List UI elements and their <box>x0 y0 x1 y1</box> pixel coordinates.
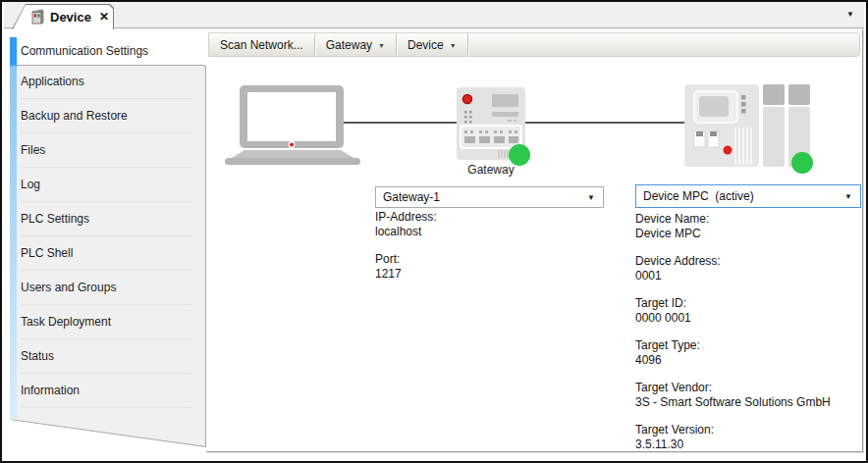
sidebar-item-applications[interactable]: Applications <box>17 65 206 99</box>
field-label: IP-Address: <box>375 210 611 225</box>
field-value: 0001 <box>635 269 868 283</box>
plc-device-icon <box>684 84 822 178</box>
device-select-value: Device MPC (active) <box>636 189 844 203</box>
field-label: Device Name: <box>635 212 868 227</box>
sidebar-item-log[interactable]: Log <box>17 168 206 202</box>
gateway-menu-label: Gateway <box>326 38 372 52</box>
device-menu-label: Device <box>407 38 444 52</box>
gateway-menu-button[interactable]: Gateway ▼ <box>315 33 397 56</box>
device-icon <box>29 9 44 25</box>
gateway-select[interactable]: Gateway-1 ▼ <box>375 186 604 208</box>
dropdown-arrow-icon: ▼ <box>378 42 385 49</box>
sidebar-item-plc-settings[interactable]: PLC Settings <box>17 202 206 236</box>
communication-settings-panel: Scan Network... Gateway ▼ Device ▼ <box>206 29 863 452</box>
field-value: 3.5.11.30 <box>635 437 868 452</box>
combo-arrow-icon[interactable]: ▼ <box>587 193 603 202</box>
sidebar-item-plc-shell[interactable]: PLC Shell <box>17 236 206 271</box>
field-value: 3S - Smart Software Solutions GmbH <box>635 395 868 410</box>
scan-network-button[interactable]: Scan Network... <box>209 33 315 56</box>
field-value: localhost <box>375 225 611 239</box>
gateway-select-value: Gateway-1 <box>376 190 587 204</box>
field-value: 1217 <box>375 267 611 282</box>
sidebar-item-files[interactable]: Files <box>17 133 206 168</box>
tab-title: Device <box>50 10 91 25</box>
field-value: 4096 <box>635 353 868 368</box>
sidebar-item-communication-settings[interactable]: Communication Settings <box>17 37 206 65</box>
field-label: Target Vendor: <box>635 381 868 395</box>
sidebar-item-backup-and-restore[interactable]: Backup and Restore <box>17 99 206 133</box>
gateway-details: IP-Address: localhost Port: 1217 <box>375 210 611 294</box>
sidebar: Communication Settings Applications Back… <box>17 37 206 408</box>
field-label: Target ID: <box>635 296 868 311</box>
tab-close-icon[interactable]: ✕ <box>99 11 109 23</box>
combo-arrow-icon[interactable]: ▼ <box>844 192 860 201</box>
toolbar: Scan Network... Gateway ▼ Device ▼ <box>208 32 860 57</box>
field-label: Port: <box>375 252 611 267</box>
sidebar-item-users-and-groups[interactable]: Users and Groups <box>17 271 206 305</box>
tab-bar: ▼ <box>4 2 864 28</box>
device-menu-button[interactable]: Device ▼ <box>397 33 468 56</box>
sidebar-item-task-deployment[interactable]: Task Deployment <box>17 305 206 339</box>
field-value: Device MPC <box>635 227 868 241</box>
tab-device[interactable]: Device ✕ <box>12 4 114 29</box>
field-label: Device Address: <box>635 254 868 269</box>
gateway-device-icon <box>457 87 533 170</box>
field-value: 0000 0001 <box>635 311 868 326</box>
gateway-caption: Gateway <box>442 163 540 177</box>
device-details: Device Name: Device MPC Device Address: … <box>635 212 868 463</box>
field-label: Target Version: <box>635 423 868 437</box>
tab-list-arrow-icon[interactable]: ▼ <box>846 10 854 19</box>
pc-laptop-icon <box>224 85 361 166</box>
device-status-led <box>791 152 813 174</box>
scan-network-label: Scan Network... <box>220 38 303 52</box>
sidebar-accent-strip <box>10 37 17 420</box>
device-editor-window: ▼ Device ✕ Communication Settings Applic… <box>0 0 868 463</box>
device-select[interactable]: Device MPC (active) ▼ <box>635 184 861 208</box>
dropdown-arrow-icon: ▼ <box>450 42 457 49</box>
sidebar-item-status[interactable]: Status <box>17 339 206 374</box>
sidebar-item-information[interactable]: Information <box>17 374 206 408</box>
field-label: Target Type: <box>635 338 868 353</box>
